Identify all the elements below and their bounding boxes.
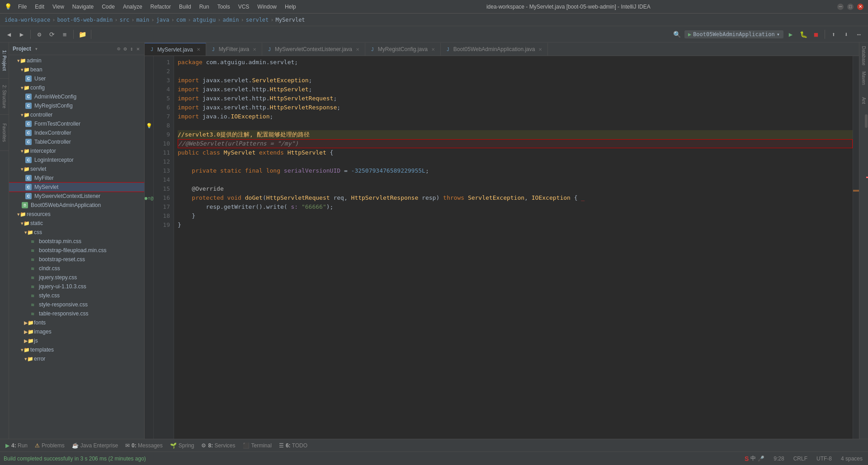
left-tab-structure[interactable]: 2: Structure xyxy=(0,79,9,115)
toolbar-vcs-button[interactable]: ⬆ xyxy=(828,29,839,40)
tree-item-images[interactable]: ▶📁 images xyxy=(9,327,144,336)
menu-view[interactable]: View xyxy=(49,3,68,11)
menu-window[interactable]: Window xyxy=(254,3,280,11)
tree-item-config[interactable]: ▾📁 config xyxy=(9,83,144,92)
toolbar-settings-button[interactable]: ⚙ xyxy=(34,29,45,40)
tab-myswervlet[interactable]: J MySwervletContextListener.java ✕ xyxy=(262,43,365,56)
tree-item-style-responsive-css[interactable]: ≋ style-responsive.css xyxy=(9,300,144,309)
breadcrumb-item-4[interactable]: java xyxy=(156,17,170,23)
toolbar-search-icon[interactable]: 🔍 xyxy=(672,29,683,40)
bottom-tab-messages[interactable]: ✉ 0: Messages xyxy=(122,440,166,451)
menu-build[interactable]: Build xyxy=(175,3,195,11)
menu-refactor[interactable]: Refactor xyxy=(147,3,175,11)
tree-item-bootstrap-reset-css[interactable]: ≋ bootstrap-reset.css xyxy=(9,255,144,264)
tree-item-css-folder[interactable]: ▾📁 css xyxy=(9,228,144,237)
run-configuration[interactable]: ▶ Boot05WebAdminApplication ▾ xyxy=(684,30,783,38)
close-button[interactable]: ✕ xyxy=(857,4,863,10)
menu-help[interactable]: Help xyxy=(281,3,300,11)
project-panel-locate-icon[interactable]: ⊙ xyxy=(116,45,121,53)
menu-run[interactable]: Run xyxy=(196,3,213,11)
tree-item-logininterceptor[interactable]: C LoginInterceptor xyxy=(9,155,144,164)
status-encoding[interactable]: UTF-8 xyxy=(815,455,834,463)
tab-boot05app[interactable]: J Boot05WebAdminApplication.java ✕ xyxy=(441,43,548,56)
project-panel-close-icon[interactable]: ✕ xyxy=(136,45,141,53)
breadcrumb-item-7[interactable]: admin xyxy=(222,17,239,23)
minimize-button[interactable]: ─ xyxy=(837,4,844,10)
bottom-tab-todo[interactable]: ☰ 6: TODO xyxy=(275,440,311,451)
toolbar-update-button[interactable]: ⬇ xyxy=(841,29,852,40)
tree-item-myfilter[interactable]: C MyFilter xyxy=(9,174,144,183)
toolbar-run-button[interactable]: ▶ xyxy=(785,29,796,40)
tree-item-clndr-css[interactable]: ≋ clndr.css xyxy=(9,264,144,273)
status-position[interactable]: 9:28 xyxy=(772,455,786,463)
bottom-tab-problems[interactable]: ⚠ Problems xyxy=(31,440,68,451)
status-line-ending[interactable]: CRLF xyxy=(792,455,809,463)
toolbar-debug-button[interactable]: 🐛 xyxy=(798,29,809,40)
bottom-tab-spring[interactable]: 🌱 Spring xyxy=(166,440,198,451)
gutter-bulb-icon[interactable]: 💡 xyxy=(146,123,152,129)
tree-item-interceptor[interactable]: ▾📁 interceptor xyxy=(9,146,144,155)
tree-item-indexcontroller[interactable]: C IndexController xyxy=(9,128,144,137)
tree-item-js[interactable]: ▶📁 js xyxy=(9,336,144,345)
tree-item-bootstrap-fileupload-css[interactable]: ≋ bootstrap-fileupload.min.css xyxy=(9,246,144,255)
tab-close-myswervlet[interactable]: ✕ xyxy=(355,47,360,52)
tree-item-style-css[interactable]: ≋ style.css xyxy=(9,291,144,300)
bottom-tab-services[interactable]: ⚙ 8: Services xyxy=(198,440,239,451)
tree-item-boot05app[interactable]: B Boot05WebAdminApplication xyxy=(9,201,144,210)
maximize-button[interactable]: □ xyxy=(847,4,854,10)
bottom-tab-terminal[interactable]: ⬛ Terminal xyxy=(239,440,275,451)
toolbar-collapse-button[interactable]: ≡ xyxy=(59,29,70,40)
tab-myfilter[interactable]: J MyFilter.java ✕ xyxy=(206,43,262,56)
tree-item-myservlet[interactable]: C MyServlet xyxy=(9,183,144,192)
toolbar-forward-button[interactable]: ▶ xyxy=(16,29,27,40)
tab-close-myregistconfig[interactable]: ✕ xyxy=(430,47,436,52)
toolbar-stop-button[interactable]: ■ xyxy=(811,29,821,40)
toolbar-more-button[interactable]: ⋯ xyxy=(854,29,864,40)
toolbar-new-button[interactable]: 📁 xyxy=(77,29,88,40)
tab-myservlet[interactable]: J MyServlet.java ✕ xyxy=(145,43,206,56)
tree-item-adminwebconfig[interactable]: C AdminWebConfig xyxy=(9,92,144,101)
menu-file[interactable]: File xyxy=(14,3,30,11)
tree-item-myregistconfig[interactable]: C MyRegistConfig xyxy=(9,101,144,110)
menu-code[interactable]: Code xyxy=(98,3,118,11)
breadcrumb-item-9[interactable]: MyServlet xyxy=(276,17,305,23)
toolbar-back-button[interactable]: ◀ xyxy=(4,29,14,40)
breadcrumb-item-8[interactable]: servlet xyxy=(246,17,269,23)
code-content[interactable]: package com.atguigu.admin.servlet; impor… xyxy=(174,56,853,439)
breadcrumb-item-6[interactable]: atguigu xyxy=(193,17,216,23)
menu-navigate[interactable]: Navigate xyxy=(69,3,97,11)
tree-item-fonts[interactable]: ▶📁 fonts xyxy=(9,318,144,327)
tree-item-myswervlet[interactable]: C MySwervletContextListener xyxy=(9,192,144,201)
tree-item-controller[interactable]: ▾📁 controller xyxy=(9,110,144,119)
tree-item-tablecontroller[interactable]: C TableController xyxy=(9,137,144,146)
project-panel-expand-icon[interactable]: ↕ xyxy=(129,45,134,53)
menu-analyze[interactable]: Analyze xyxy=(119,3,146,11)
status-indent[interactable]: 4 spaces xyxy=(839,455,864,463)
status-sogou-icon[interactable]: S 中 🎤 xyxy=(743,454,766,463)
tree-item-jquery-ui-css[interactable]: ≋ jquery-ui-1.10.3.css xyxy=(9,282,144,291)
project-panel-settings-icon[interactable]: ⚙ xyxy=(123,45,127,53)
tab-close-boot05app[interactable]: ✕ xyxy=(538,47,543,52)
tab-close-myfilter[interactable]: ✕ xyxy=(252,47,257,52)
tree-item-static[interactable]: ▾📁 static xyxy=(9,219,144,228)
left-tab-project[interactable]: 1: Project xyxy=(0,42,9,79)
tab-close-myservlet[interactable]: ✕ xyxy=(196,47,201,52)
breadcrumb-item-2[interactable]: src xyxy=(119,17,129,23)
bottom-tab-java-enterprise[interactable]: ☕ Java Enterprise xyxy=(68,440,122,451)
breadcrumb-item-3[interactable]: main xyxy=(136,17,149,23)
menu-vcs[interactable]: VCS xyxy=(235,3,253,11)
menu-edit[interactable]: Edit xyxy=(31,3,48,11)
bottom-tab-run[interactable]: ▶ 4: Run xyxy=(2,440,31,451)
tree-item-admin[interactable]: ▾📁 admin xyxy=(9,56,144,65)
toolbar-sync-button[interactable]: ⟳ xyxy=(47,29,57,40)
menu-tools[interactable]: Tools xyxy=(214,3,234,11)
project-tree[interactable]: ▾📁 admin ▾📁 bean C User ▾📁 config xyxy=(9,55,144,439)
tab-myregistconfig[interactable]: J MyRegistConfig.java ✕ xyxy=(365,43,441,56)
left-tab-favorites[interactable]: Favorites xyxy=(0,115,9,151)
tree-item-error[interactable]: ▾📁 error xyxy=(9,354,144,363)
tree-item-templates[interactable]: ▾📁 templates xyxy=(9,345,144,354)
breadcrumb-item-0[interactable]: idea-workspace xyxy=(5,17,50,23)
tree-item-resources[interactable]: ▾📁 resources xyxy=(9,210,144,219)
breadcrumb-item-5[interactable]: com xyxy=(176,17,186,23)
tree-item-bean[interactable]: ▾📁 bean xyxy=(9,65,144,74)
